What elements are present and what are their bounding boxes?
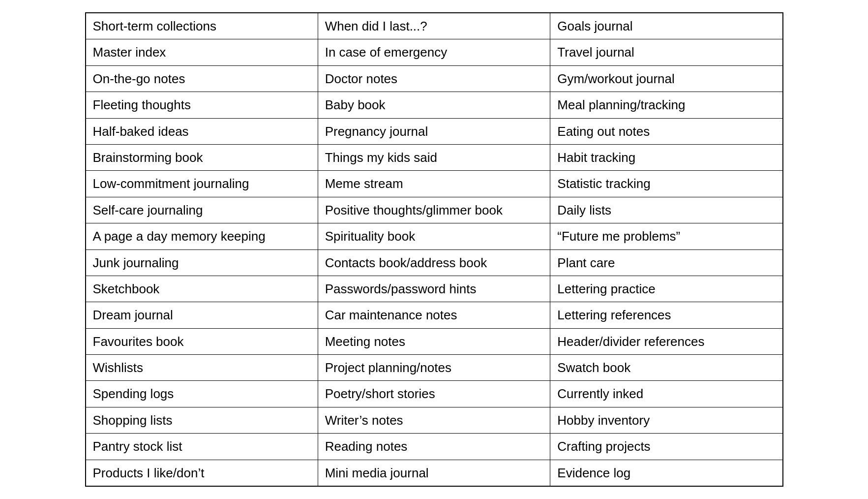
table-cell: Junk journaling: [86, 250, 318, 276]
table-row: SketchbookPasswords/password hintsLetter…: [86, 276, 783, 302]
table-cell: Shopping lists: [86, 407, 318, 433]
table-cell: Meeting notes: [318, 328, 550, 354]
table-row: Junk journalingContacts book/address boo…: [86, 250, 783, 276]
table-cell: Reading notes: [318, 434, 550, 460]
table-row: WishlistsProject planning/notesSwatch bo…: [86, 355, 783, 381]
table-cell: Contacts book/address book: [318, 250, 550, 276]
table-container: Short-term collectionsWhen did I last...…: [85, 12, 783, 487]
table-row: Shopping listsWriter’s notesHobby invent…: [86, 407, 783, 433]
table-cell: Swatch book: [550, 355, 783, 381]
table-cell: On-the-go notes: [86, 65, 318, 92]
main-table: Short-term collectionsWhen did I last...…: [85, 12, 783, 487]
table-row: Self-care journalingPositive thoughts/gl…: [86, 197, 783, 223]
table-cell: Gym/workout journal: [550, 65, 783, 92]
table-row: Fleeting thoughtsBaby bookMeal planning/…: [86, 92, 783, 118]
table-cell: Habit tracking: [550, 144, 783, 170]
table-cell: Statistic tracking: [550, 171, 783, 197]
table-cell: Dream journal: [86, 302, 318, 328]
table-cell: Things my kids said: [318, 144, 550, 170]
table-cell: Currently inked: [550, 381, 783, 407]
table-cell: Travel journal: [550, 39, 783, 65]
table-cell: Evidence log: [550, 460, 783, 486]
table-cell: Positive thoughts/glimmer book: [318, 197, 550, 223]
table-cell: “Future me problems”: [550, 223, 783, 250]
table-row: Favourites bookMeeting notesHeader/divid…: [86, 328, 783, 354]
table-cell: Plant care: [550, 250, 783, 276]
table-cell: Half-baked ideas: [86, 118, 318, 144]
table-cell: A page a day memory keeping: [86, 223, 318, 250]
table-cell: Writer’s notes: [318, 407, 550, 433]
table-row: Brainstorming bookThings my kids saidHab…: [86, 144, 783, 170]
table-cell: In case of emergency: [318, 39, 550, 65]
table-row: Master indexIn case of emergencyTravel j…: [86, 39, 783, 65]
table-row: A page a day memory keepingSpirituality …: [86, 223, 783, 250]
table-cell: Brainstorming book: [86, 144, 318, 170]
table-cell: Sketchbook: [86, 276, 318, 302]
table-cell: Mini media journal: [318, 460, 550, 486]
table-cell: Fleeting thoughts: [86, 92, 318, 118]
table-cell: Favourites book: [86, 328, 318, 354]
table-cell: Short-term collections: [86, 13, 318, 39]
table-cell: Low-commitment journaling: [86, 171, 318, 197]
table-row: Spending logsPoetry/short storiesCurrent…: [86, 381, 783, 407]
table-cell: Spending logs: [86, 381, 318, 407]
table-cell: Car maintenance notes: [318, 302, 550, 328]
table-row: Low-commitment journalingMeme streamStat…: [86, 171, 783, 197]
table-cell: Baby book: [318, 92, 550, 118]
table-cell: Daily lists: [550, 197, 783, 223]
table-cell: Poetry/short stories: [318, 381, 550, 407]
table-cell: Meme stream: [318, 171, 550, 197]
table-cell: Header/divider references: [550, 328, 783, 354]
table-cell: Pantry stock list: [86, 434, 318, 460]
table-cell: Passwords/password hints: [318, 276, 550, 302]
table-cell: Self-care journaling: [86, 197, 318, 223]
table-row: Products I like/don’tMini media journalE…: [86, 460, 783, 486]
table-cell: Wishlists: [86, 355, 318, 381]
table-cell: Lettering practice: [550, 276, 783, 302]
table-cell: Eating out notes: [550, 118, 783, 144]
table-cell: Products I like/don’t: [86, 460, 318, 486]
table-cell: Doctor notes: [318, 65, 550, 92]
table-row: Short-term collectionsWhen did I last...…: [86, 13, 783, 39]
table-row: Half-baked ideasPregnancy journalEating …: [86, 118, 783, 144]
table-row: Dream journalCar maintenance notesLetter…: [86, 302, 783, 328]
table-cell: Meal planning/tracking: [550, 92, 783, 118]
table-row: Pantry stock listReading notesCrafting p…: [86, 434, 783, 460]
table-cell: Project planning/notes: [318, 355, 550, 381]
table-cell: Hobby inventory: [550, 407, 783, 433]
table-cell: Lettering references: [550, 302, 783, 328]
table-cell: When did I last...?: [318, 13, 550, 39]
table-cell: Master index: [86, 39, 318, 65]
table-cell: Goals journal: [550, 13, 783, 39]
table-cell: Pregnancy journal: [318, 118, 550, 144]
table-cell: Crafting projects: [550, 434, 783, 460]
table-row: On-the-go notesDoctor notesGym/workout j…: [86, 65, 783, 92]
table-cell: Spirituality book: [318, 223, 550, 250]
